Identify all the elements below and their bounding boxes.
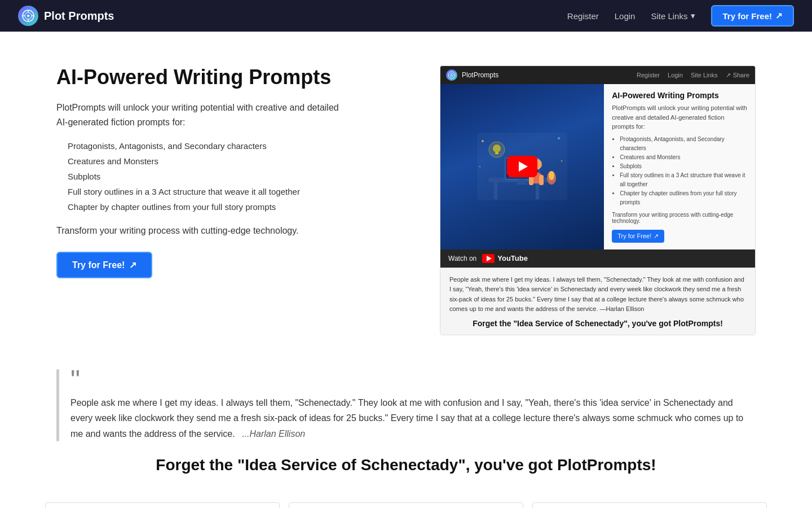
- nav-register[interactable]: Register: [567, 11, 599, 21]
- play-triangle-icon: [519, 161, 528, 172]
- quote-text: People ask me where I get my ideas. I al…: [70, 395, 756, 441]
- svg-point-32: [549, 171, 554, 180]
- hero-try-free-button[interactable]: Try for Free! ↗: [56, 252, 152, 278]
- list-item: Full story outlines in a 3 Act structure…: [620, 171, 747, 189]
- nav-logo[interactable]: Plot Prompts: [18, 6, 114, 26]
- youtube-label: YouTube: [497, 254, 528, 262]
- list-item: Chapter by chapter outlines from your fu…: [620, 189, 747, 207]
- quote-section: " People ask me where I get my ideas. I …: [11, 358, 801, 447]
- video-nav-sitelinks: Site Links: [691, 72, 718, 78]
- hero-feature-list: Protagonists, Antagonists, and Secondary…: [56, 138, 350, 214]
- quote-tagline: Forget the "Idea Service of Schenectady"…: [11, 456, 801, 485]
- svg-rect-16: [519, 179, 525, 183]
- svg-point-28: [558, 137, 560, 139]
- video-caption-tagline: Forget the "Idea Service of Schenectady"…: [449, 319, 746, 328]
- video-sidebar-try-free-button[interactable]: Try for Free! ↗: [612, 230, 664, 243]
- nav-links: Register Login Site Links ▾ Try for Free…: [567, 5, 794, 27]
- list-item: Subplots: [620, 162, 747, 171]
- video-caption: People ask me where I get my ideas. I al…: [440, 268, 755, 335]
- hero-transform-text: Transform your writing process with cutt…: [56, 226, 350, 236]
- logo-icon: [18, 6, 38, 26]
- video-channel-name: PlotPrompts: [462, 71, 498, 79]
- quote-author: ...Harlan Ellison: [242, 429, 305, 439]
- nav-login[interactable]: Login: [615, 11, 636, 21]
- hero-right: PlotPrompts Register Login Site Links ↗ …: [440, 65, 756, 335]
- hero-title: AI-Powered Writing Prompts: [56, 65, 350, 89]
- video-watch-on-bar: Watch on YouTube: [440, 249, 755, 268]
- svg-rect-12: [494, 182, 497, 199]
- arrow-icon: ↗: [775, 11, 783, 21]
- quote-mark: ": [70, 369, 756, 391]
- youtube-play-icon: [487, 256, 492, 261]
- video-channel-icon: [446, 69, 457, 81]
- video-sidebar-more: Transform your writing process with cutt…: [612, 212, 747, 224]
- nav-site-links-dropdown[interactable]: Site Links ▾: [651, 11, 695, 21]
- svg-rect-17: [517, 183, 528, 185]
- video-share-button[interactable]: ↗ Share: [726, 72, 749, 79]
- list-item: Protagonists, Antagonists, and Secondary…: [620, 135, 747, 153]
- svg-point-2: [27, 15, 29, 17]
- arrow-icon: ↗: [129, 260, 136, 270]
- list-item: Subplots: [68, 169, 350, 184]
- btn-label: Try for Free!: [617, 233, 651, 239]
- video-caption-quote: People ask me where I get my ideas. I al…: [449, 275, 746, 314]
- watch-on-label: Watch on: [448, 255, 476, 262]
- list-item: Full story outlines in a 3 Act structure…: [68, 184, 350, 199]
- svg-point-30: [479, 166, 481, 168]
- arrow-icon: ↗: [654, 233, 659, 240]
- card-creativity-included: Creativity Included It's been said that …: [289, 502, 523, 508]
- list-item: Protagonists, Antagonists, and Secondary…: [68, 138, 350, 154]
- video-sidebar-desc: PlotPrompts will unlock your writing pot…: [612, 103, 747, 132]
- list-item: Creatures and Monsters: [68, 154, 350, 169]
- share-icon: ↗: [726, 72, 731, 79]
- quote-bar: [56, 369, 59, 441]
- card-it-helps-you-write: It Helps You Write The blank page is a w…: [532, 502, 767, 508]
- video-play-button[interactable]: [507, 156, 537, 177]
- navbar: Plot Prompts Register Login Site Links ▾…: [0, 0, 812, 32]
- youtube-icon: [482, 254, 495, 263]
- chevron-down-icon: ▾: [691, 11, 695, 21]
- svg-rect-13: [536, 182, 539, 199]
- hero-section: AI-Powered Writing Prompts PlotPrompts w…: [11, 32, 801, 358]
- hero-left: AI-Powered Writing Prompts PlotPrompts w…: [56, 65, 350, 278]
- svg-point-29: [561, 160, 563, 162]
- svg-point-9: [451, 75, 452, 76]
- nav-site-links-label: Site Links: [651, 11, 687, 21]
- hero-description: PlotPrompts will unlock your writing pot…: [56, 100, 350, 129]
- video-nav-register: Register: [637, 72, 660, 78]
- video-sidebar-title: AI-Powered Writing Prompts: [612, 91, 747, 100]
- youtube-logo[interactable]: YouTube: [482, 254, 528, 263]
- svg-rect-23: [539, 175, 544, 185]
- list-item: Creatures and Monsters: [620, 153, 747, 162]
- svg-rect-26: [495, 152, 498, 154]
- list-item: Chapter by chapter outlines from your fu…: [68, 199, 350, 214]
- svg-point-27: [482, 140, 484, 142]
- cards-section: These Are Prompts You're the writer! Plo…: [11, 485, 801, 508]
- nav-try-free-button[interactable]: Try for Free! ↗: [711, 5, 794, 27]
- nav-logo-text: Plot Prompts: [44, 10, 114, 23]
- video-nav-login: Login: [668, 72, 683, 78]
- svg-point-25: [493, 144, 501, 152]
- card-these-are-prompts: These Are Prompts You're the writer! Plo…: [45, 502, 280, 508]
